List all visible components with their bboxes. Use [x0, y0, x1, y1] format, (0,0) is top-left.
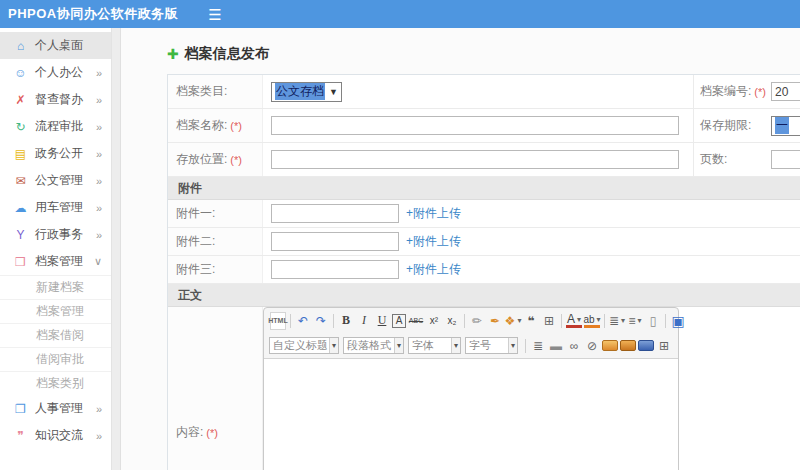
custom-title-select[interactable]: 自定义标题▾: [269, 337, 339, 354]
chevron-right-icon: »: [96, 403, 102, 415]
undo-icon[interactable]: ↶: [295, 312, 311, 330]
retention-period-select[interactable]: 一: [771, 116, 800, 136]
image-icon[interactable]: [602, 340, 618, 351]
folder-icon: ❒: [13, 255, 28, 269]
underline-icon[interactable]: U: [374, 312, 390, 330]
fullscreen-icon[interactable]: ▣: [670, 312, 686, 330]
page-title: ✚ 档案信息发布: [167, 44, 800, 64]
sidebar-gutter: [112, 28, 121, 470]
sidebar-subitem-new-archive[interactable]: 新建档案: [0, 275, 111, 299]
attachment-upload-link[interactable]: +附件上传: [406, 261, 461, 278]
new-page-icon[interactable]: ▯: [645, 312, 661, 330]
attachment-upload-link[interactable]: +附件上传: [406, 205, 461, 222]
required-mark: (*): [230, 154, 242, 166]
select-label: 自定义标题: [270, 338, 329, 353]
link-icon[interactable]: ∞: [566, 337, 582, 355]
sidebar-subitem-label: 档案借阅: [36, 328, 84, 342]
page-count-label: 页数:: [700, 151, 727, 168]
page-count-input[interactable]: [771, 150, 800, 169]
format-brush-icon[interactable]: ✒: [487, 312, 503, 330]
horizontal-rule-icon[interactable]: ▬: [548, 337, 564, 355]
superscript-icon[interactable]: x²: [426, 312, 442, 330]
bold-icon[interactable]: B: [338, 312, 354, 330]
sidebar-item-label: 督查督办: [35, 91, 96, 108]
sidebar-item-knowledge-exchange[interactable]: ❞知识交流»: [0, 422, 111, 449]
toolbar-separator: [561, 314, 562, 328]
sidebar-item-admin-affairs[interactable]: Y行政事务»: [0, 221, 111, 248]
sidebar-menu: ⌂个人桌面☺个人办公»✗督查督办»↻流程审批»▤政务公开»✉公文管理»☁用车管理…: [0, 28, 112, 470]
font-box-icon[interactable]: A: [392, 314, 406, 328]
italic-icon[interactable]: I: [356, 312, 372, 330]
shuffle-icon: ✗: [13, 93, 28, 107]
unlink-icon[interactable]: ⊘: [584, 337, 600, 355]
sidebar-item-vehicle-mgmt[interactable]: ☁用车管理»: [0, 194, 111, 221]
color-palette-icon[interactable]: ❖▾: [505, 312, 521, 330]
highlight-color-icon[interactable]: ab▾: [584, 313, 600, 328]
sidebar-item-archive-mgmt[interactable]: ❒档案管理∨: [0, 248, 111, 275]
sidebar-item-document-mgmt[interactable]: ✉公文管理»: [0, 167, 111, 194]
rich-text-editor: HTML↶↷BIUAABCx²x₂✏✒❖▾❝⊞A▾ab▾≣▾≡▾▯▣ 自定义标题…: [263, 307, 679, 470]
attachment-1-input[interactable]: [271, 204, 399, 223]
dropdown-arrow-icon: ▾: [638, 316, 642, 325]
sidebar-item-label: 档案管理: [35, 253, 94, 270]
font-family-select[interactable]: 字体▾: [408, 337, 461, 354]
sidebar-item-personal-office[interactable]: ☺个人办公»: [0, 59, 111, 86]
font-size-select[interactable]: 字号▾: [465, 337, 518, 354]
sidebar-subitem-archive-manage[interactable]: 档案管理: [0, 299, 111, 323]
attachment-value-cell: +附件上传: [263, 256, 800, 283]
unordered-list-icon[interactable]: ≡▾: [627, 312, 643, 330]
sidebar-item-hr-mgmt[interactable]: ❐人事管理»: [0, 395, 111, 422]
strikethrough-icon[interactable]: ABC: [408, 312, 424, 330]
editor-content-area[interactable]: [264, 358, 678, 470]
dropdown-arrow-icon: ▾: [577, 315, 581, 324]
sidebar-item-workflow-approval[interactable]: ↻流程审批»: [0, 113, 111, 140]
archive-name-label: 档案名称:: [176, 117, 227, 134]
select-label: 字体: [409, 338, 437, 353]
retention-period-value-cell: 一: [768, 109, 800, 142]
align-left-icon[interactable]: ≣: [530, 337, 546, 355]
archive-name-input[interactable]: [271, 116, 679, 135]
archive-category-label-cell: 档案类目:: [168, 75, 263, 108]
sidebar-subitem-label: 档案管理: [36, 304, 84, 318]
table-icon[interactable]: ⊞: [656, 337, 672, 355]
paragraph-format-select[interactable]: 段落格式▾: [343, 337, 404, 354]
sidebar-item-label: 人事管理: [35, 400, 96, 417]
redo-icon[interactable]: ↷: [313, 312, 329, 330]
sidebar-item-label: 行政事务: [35, 226, 96, 243]
select-label: 字号: [466, 338, 494, 353]
sidebar-item-gov-disclosure[interactable]: ▤政务公开»: [0, 140, 111, 167]
envelope-icon: ✉: [13, 174, 28, 188]
attachment-3-input[interactable]: [271, 260, 399, 279]
dropdown-arrow-icon: ▾: [329, 338, 338, 353]
sidebar-item-personal-desktop[interactable]: ⌂个人桌面: [0, 32, 111, 59]
blockquote-icon[interactable]: ❝: [523, 312, 539, 330]
sidebar-subitem-archive-category[interactable]: 档案类别: [0, 371, 111, 395]
subscript-icon[interactable]: x₂: [444, 312, 460, 330]
attachment-upload-link[interactable]: +附件上传: [406, 233, 461, 250]
emoticon-table-icon[interactable]: ⊞: [541, 312, 557, 330]
menu-toggle-icon[interactable]: ☰: [208, 7, 221, 22]
required-mark: (*): [754, 86, 766, 98]
sidebar-item-label: 公文管理: [35, 172, 96, 189]
archive-number-input[interactable]: [771, 82, 800, 101]
sidebar-item-supervision[interactable]: ✗督查督办»: [0, 86, 111, 113]
attachment-label-cell: 附件一:: [168, 200, 263, 227]
sidebar-subitem-archive-borrow[interactable]: 档案借阅: [0, 323, 111, 347]
upload-image-icon[interactable]: [620, 340, 636, 351]
toolbar-separator: [464, 314, 465, 328]
sidebar-subitem-label: 档案类别: [36, 376, 84, 390]
attachments-section-header: 附件: [168, 177, 800, 200]
sidebar-subitem-borrow-approval[interactable]: 借阅审批: [0, 347, 111, 371]
eraser-icon[interactable]: ✏: [469, 312, 485, 330]
ordered-list-icon[interactable]: ≣▾: [609, 312, 625, 330]
storage-location-label-cell: 存放位置: (*): [168, 143, 263, 176]
archive-category-select[interactable]: 公文存档 ▼: [271, 82, 342, 102]
sidebar-item-label: 政务公开: [35, 145, 96, 162]
archive-name-label-cell: 档案名称: (*): [168, 109, 263, 142]
font-color-icon[interactable]: A▾: [566, 313, 582, 328]
storage-location-input[interactable]: [271, 150, 679, 169]
html-source-button[interactable]: HTML: [270, 312, 286, 330]
select-label: 段落格式: [344, 338, 394, 353]
media-icon[interactable]: [638, 340, 654, 351]
attachment-2-input[interactable]: [271, 232, 399, 251]
